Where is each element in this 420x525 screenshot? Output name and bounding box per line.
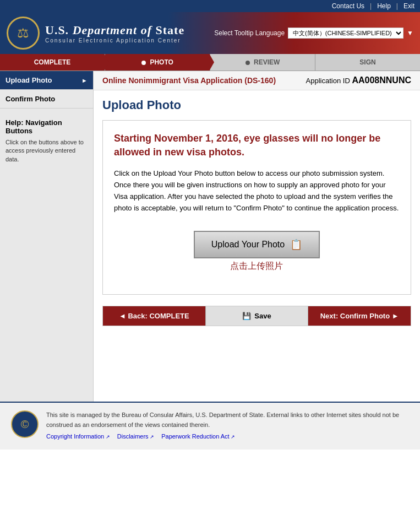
save-icon: 💾: [242, 312, 251, 320]
upload-btn-label: Upload Your Photo: [211, 240, 285, 250]
help-box: Help: Navigation Buttons Click on the bu…: [0, 113, 93, 169]
app-id-value: AA008NNUNC: [352, 75, 411, 85]
top-bar: Contact Us | Help | Exit: [0, 0, 420, 12]
paperwork-link[interactable]: Paperwork Reduction Act: [161, 433, 235, 440]
help-title: Help: Navigation Buttons: [6, 118, 88, 135]
site-header: ⚖ U.S. Department of State Consular Elec…: [0, 12, 420, 54]
app-id: Application ID AA008NNUNC: [306, 75, 411, 85]
step-photo-dot: [141, 61, 146, 65]
step-sign[interactable]: SIGN: [315, 54, 420, 71]
exit-link[interactable]: Exit: [403, 2, 414, 10]
step-review-dot: [246, 61, 250, 65]
step-review[interactable]: REVIEW: [210, 54, 315, 71]
dropdown-arrow-icon: ▼: [407, 29, 413, 37]
page-title: Upload Photo: [102, 98, 411, 112]
org-subtitle: Consular Electronic Application Center: [45, 37, 184, 44]
app-id-bar: Online Nonimmigrant Visa Application (DS…: [94, 71, 420, 90]
step-complete[interactable]: COMPLETE: [0, 54, 105, 71]
step-complete-label: COMPLETE: [34, 58, 71, 66]
next-button-label: Next: Confirm Photo ►: [320, 312, 399, 320]
bottom-nav: ◄ Back: COMPLETE 💾 Save Next: Confirm Ph…: [102, 306, 411, 326]
step-sign-label: SIGN: [359, 58, 375, 66]
site-title: U.S. Department of State Consular Electr…: [45, 23, 184, 44]
progress-nav: COMPLETE PHOTO REVIEW SIGN: [0, 54, 420, 71]
header-branding: ⚖ U.S. Department of State Consular Elec…: [7, 17, 184, 50]
footer-text-area: This site is managed by the Bureau of Co…: [46, 410, 409, 442]
page-content: Upload Photo Starting November 1, 2016, …: [94, 90, 420, 334]
sidebar-upload-photo-label: Upload Photo: [6, 76, 52, 84]
disclaimers-link[interactable]: Disclaimers: [117, 433, 154, 440]
save-button-label: Save: [254, 312, 271, 320]
warning-text: Starting November 1, 2016, eye glasses w…: [114, 132, 400, 159]
back-button[interactable]: ◄ Back: COMPLETE: [103, 306, 205, 326]
upload-btn-container: Upload Your Photo 📋 点击上传照片: [114, 231, 400, 272]
org-name: U.S. Department of State: [45, 23, 184, 37]
contact-link[interactable]: Contact Us: [332, 2, 364, 10]
back-button-label: ◄ Back: COMPLETE: [119, 312, 189, 320]
help-link[interactable]: Help: [377, 2, 391, 10]
copyright-link[interactable]: Copyright Information: [46, 433, 110, 440]
instruction-text: Click on the Upload Your Photo button be…: [114, 168, 400, 214]
language-selector-area: Select Tooltip Language 中文(简体）(CHINESE-S…: [214, 28, 413, 39]
form-title: Online Nonimmigrant Visa Application (DS…: [102, 76, 276, 85]
next-button[interactable]: Next: Confirm Photo ►: [308, 306, 411, 326]
step-photo-label: PHOTO: [150, 58, 173, 66]
step-review-label: REVIEW: [254, 58, 280, 66]
footer-description: This site is managed by the Bureau of Co…: [46, 410, 409, 430]
sidebar-item-confirm-photo[interactable]: Confirm Photo: [0, 90, 93, 109]
upload-chinese-label: 点击上传照片: [194, 261, 320, 272]
main-container: Upload Photo ► Confirm Photo Help: Navig…: [0, 71, 420, 402]
sidebar-item-upload-photo[interactable]: Upload Photo ►: [0, 71, 93, 90]
notice-box: Starting November 1, 2016, eye glasses w…: [102, 120, 411, 295]
sidebar: Upload Photo ► Confirm Photo Help: Navig…: [0, 71, 94, 402]
footer-seal: ©: [11, 410, 39, 438]
upload-photo-button[interactable]: Upload Your Photo 📋: [194, 231, 320, 258]
footer-links: Copyright Information Disclaimers Paperw…: [46, 432, 409, 442]
language-dropdown[interactable]: 中文(简体）(CHINESE-SIMPLIFIED): [288, 28, 403, 39]
content-area: Online Nonimmigrant Visa Application (DS…: [94, 71, 420, 402]
tooltip-label: Select Tooltip Language: [214, 29, 285, 37]
help-text: Click on the buttons above to access pre…: [6, 138, 88, 164]
save-button[interactable]: 💾 Save: [205, 306, 309, 326]
footer: © This site is managed by the Bureau of …: [0, 402, 420, 450]
sidebar-confirm-photo-label: Confirm Photo: [6, 95, 55, 103]
upload-icon: 📋: [290, 239, 302, 251]
step-photo[interactable]: PHOTO: [105, 54, 210, 71]
us-seal: ⚖: [7, 17, 40, 50]
sidebar-arrow-icon: ►: [81, 77, 88, 84]
app-id-label: Application ID: [306, 77, 350, 85]
